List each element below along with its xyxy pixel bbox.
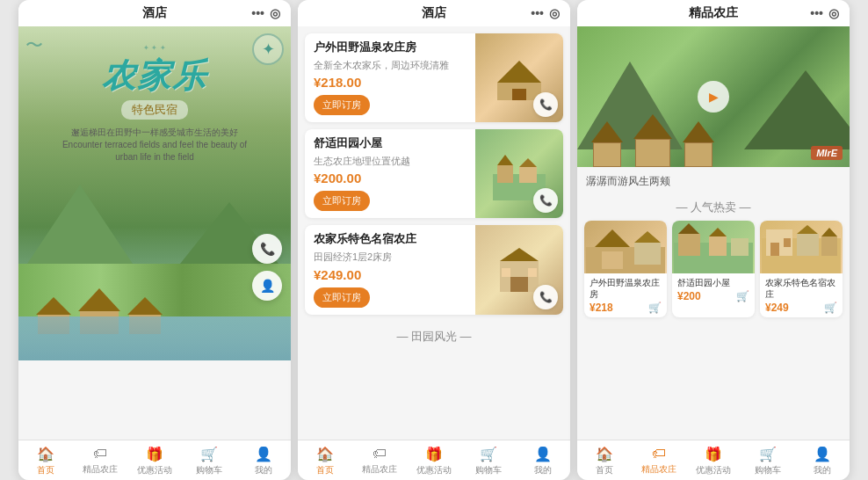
main-banner: ▶ MIrE — [577, 26, 850, 167]
water-area — [18, 316, 291, 360]
user-float-btn[interactable]: 👤 — [252, 271, 282, 301]
status-bar-1: 酒店 ••• ◎ — [18, 0, 291, 26]
svg-marker-1 — [497, 61, 541, 83]
hero-section: ✦ ✦ ✦ 农家乐 特色民宿 邂逅梯田在田野中一样感受城市生活的美好 Encou… — [18, 26, 291, 360]
phone-3: 精品农庄 ••• ◎ — [577, 0, 850, 480]
hotel-list: 户外田野温泉农庄房 全新全木农家乐，周边环境清雅 ¥218.00 立即订房 — [298, 26, 570, 440]
target-icon-3: ◎ — [828, 6, 839, 20]
card-phone-btn-3[interactable]: 📞 — [533, 285, 558, 309]
hero-subtitle: 特色民宿 — [121, 100, 188, 120]
nav-promo-3[interactable]: 🎁 优惠活动 — [686, 440, 741, 480]
farm-icon-3: 🏷 — [652, 446, 666, 462]
sc-illustration-2 — [672, 221, 755, 273]
nav-cart-2[interactable]: 🛒 购物车 — [461, 440, 516, 480]
my-icon-1: 👤 — [255, 446, 272, 462]
card-phone-btn-1[interactable]: 📞 — [533, 92, 558, 117]
hotel-card-info-2: 舒适田园小屋 生态农庄地理位置优越 ¥200.00 立即订房 — [305, 129, 475, 218]
nav-my-label-1: 我的 — [255, 464, 272, 476]
phone3-content: ▶ MIrE 潺潺而游风生两颊 — 人气热卖 — — [577, 26, 850, 440]
banner-hut-body-3 — [684, 142, 712, 167]
nav-home-1[interactable]: 🏠 首页 — [18, 440, 73, 480]
cart-icon-1: 🛒 — [200, 446, 218, 462]
nav-my-2[interactable]: 👤 我的 — [516, 440, 570, 480]
svg-rect-30 — [821, 236, 837, 256]
sc-img-3 — [760, 221, 843, 273]
svg-rect-6 — [519, 167, 537, 183]
book-btn-2[interactable]: 立即订房 — [314, 191, 370, 211]
svg-rect-16 — [634, 243, 661, 265]
status-bar-2: 酒店 ••• ◎ — [298, 0, 570, 26]
cart-icon-3: 🛒 — [759, 446, 777, 462]
nav-cart-3[interactable]: 🛒 购物车 — [741, 440, 795, 480]
phone2-title: 酒店 — [422, 5, 446, 21]
nav-my-1[interactable]: 👤 我的 — [236, 440, 291, 480]
nav-home-label-2: 首页 — [316, 464, 334, 476]
svg-marker-31 — [821, 228, 837, 236]
hut-roof-2 — [78, 288, 120, 311]
hotel-card-info-1: 户外田野温泉农庄房 全新全木农家乐，周边环境清雅 ¥218.00 立即订房 — [305, 33, 475, 122]
hotel-desc-3: 田园经济1层2床房 — [314, 251, 467, 263]
svg-rect-26 — [770, 243, 779, 256]
small-cards-row: 户外田野温泉农庄房 ¥218 🛒 — [577, 221, 850, 324]
nav-home-3[interactable]: 🏠 首页 — [577, 440, 632, 480]
hero-desc: 邂逅梯田在田野中一样感受城市生活的美好 Encounter terraced f… — [18, 127, 291, 164]
nav-home-2[interactable]: 🏠 首页 — [298, 440, 352, 480]
promo-icon-1: 🎁 — [146, 446, 163, 462]
banner-hut-3 — [683, 121, 714, 167]
svg-rect-19 — [678, 234, 700, 256]
hotel-name-1: 户外田野温泉农庄房 — [314, 40, 467, 55]
nav-my-label-3: 我的 — [814, 464, 831, 476]
book-btn-3[interactable]: 立即订房 — [314, 287, 370, 308]
nav-farm-3[interactable]: 🏷 精品农庄 — [632, 440, 686, 480]
status-icons-3: ••• ◎ — [810, 6, 839, 20]
book-btn-1[interactable]: 立即订房 — [314, 95, 370, 115]
phone1-title: 酒店 — [142, 5, 167, 21]
farm-icon-1: 🏷 — [93, 446, 107, 462]
sc-cart-icon-2[interactable]: 🛒 — [736, 290, 749, 302]
play-button[interactable]: ▶ — [698, 81, 729, 113]
hut-roof-3 — [127, 297, 163, 315]
svg-rect-21 — [709, 236, 727, 256]
nav-farm-label-2: 精品农庄 — [362, 463, 397, 476]
nav-promo-1[interactable]: 🎁 优惠活动 — [127, 440, 182, 480]
promo-icon-2: 🎁 — [425, 446, 443, 462]
svg-marker-29 — [797, 225, 818, 234]
nav-farm-2[interactable]: 🏷 精品农庄 — [352, 440, 407, 480]
nav-promo-label-3: 优惠活动 — [696, 464, 731, 476]
phone-float-btn[interactable]: 📞 — [252, 234, 282, 264]
sc-illustration-1 — [584, 221, 667, 273]
hotel-card-1: 户外田野温泉农庄房 全新全木农家乐，周边环境清雅 ¥218.00 立即订房 — [305, 33, 563, 122]
phone3-title: 精品农庄 — [689, 5, 738, 21]
section-divider-2: — 田园风光 — — [305, 322, 563, 348]
phones-container: 酒店 ••• ◎ — [18, 0, 850, 480]
dots-icon-2: ••• — [531, 6, 544, 20]
sc-price-3: ¥249 🛒 — [765, 302, 837, 314]
banner-hut-1 — [591, 121, 623, 167]
nav-farm-1[interactable]: 🏷 精品农庄 — [73, 440, 127, 480]
nav-cart-1[interactable]: 🛒 购物车 — [182, 440, 236, 480]
banner-hut-body-1 — [593, 142, 621, 167]
svg-rect-11 — [502, 268, 510, 277]
promo-icon-3: 🎁 — [705, 446, 722, 462]
nav-home-label-3: 首页 — [596, 464, 613, 476]
home-icon-1: 🏠 — [37, 446, 54, 462]
my-icon-3: 👤 — [814, 446, 831, 462]
svg-marker-17 — [634, 231, 661, 243]
svg-rect-12 — [528, 268, 537, 277]
svg-rect-4 — [497, 165, 513, 183]
sc-cart-icon-1[interactable]: 🛒 — [648, 302, 662, 314]
svg-rect-23 — [731, 238, 749, 256]
hut-roof-1 — [36, 297, 71, 315]
cart-icon-2: 🛒 — [480, 446, 497, 462]
hotel-desc-2: 生态农庄地理位置优越 — [314, 155, 467, 167]
sc-body-1: 户外田野温泉农庄房 ¥218 🛒 — [584, 273, 667, 317]
hero-title-cn: 农家乐 — [18, 54, 291, 98]
sc-cart-icon-3[interactable]: 🛒 — [824, 302, 837, 314]
hotel-price-3: ¥249.00 — [314, 267, 467, 282]
nav-promo-2[interactable]: 🎁 优惠活动 — [407, 440, 461, 480]
sc-body-2: 舒适田园小屋 ¥200 🛒 — [672, 273, 755, 306]
nav-my-3[interactable]: 👤 我的 — [795, 440, 850, 480]
nav-cart-label-1: 购物车 — [196, 464, 222, 476]
nav-farm-label-1: 精品农庄 — [83, 463, 118, 476]
sc-img-1 — [584, 221, 667, 273]
